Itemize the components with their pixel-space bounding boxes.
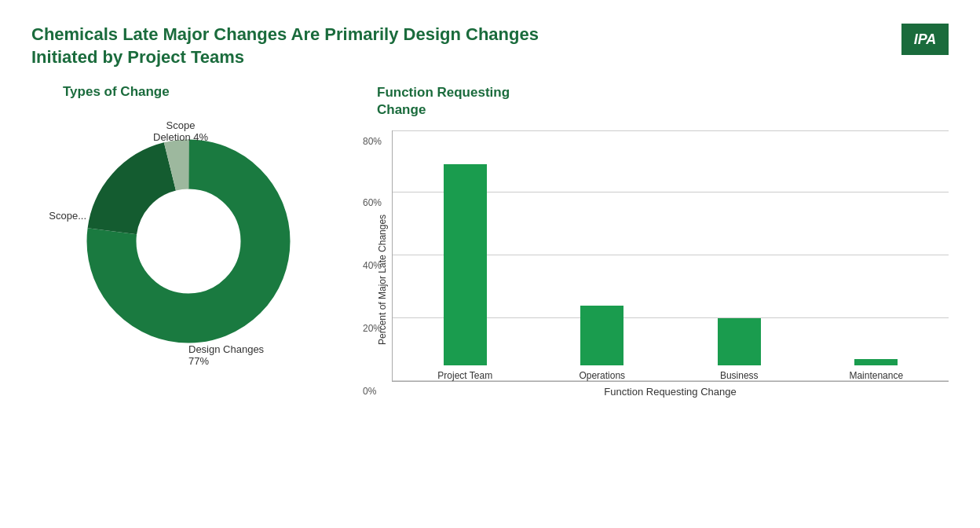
bar-chart-wrapper: Percent of Major Late Changes 80% 60% <box>377 130 949 398</box>
x-axis-title: Function Requesting Change <box>392 386 949 398</box>
bar-maintenance <box>854 359 898 365</box>
bar-label-project-team: Project Team <box>437 370 492 381</box>
bar-business <box>718 318 761 365</box>
grid-label-40: 40% <box>363 260 382 271</box>
bar-group-operations: Operations <box>546 306 660 381</box>
bar-chart-section: Function RequestingChange Percent of Maj… <box>377 84 949 398</box>
donut-center <box>138 191 240 292</box>
grid-label-60: 60% <box>363 197 382 208</box>
bar-group-maintenance: Maintenance <box>820 359 934 381</box>
bar-project-team <box>444 164 487 365</box>
bar-operations <box>580 306 623 365</box>
bar-group-project-team: Project Team <box>408 164 522 381</box>
header: Chemicals Late Major Changes Are Primari… <box>31 24 949 68</box>
donut-chart-title: Types of Change <box>31 84 346 100</box>
charts-row: Types of Change <box>31 84 949 398</box>
bar-chart-title: Function RequestingChange <box>377 84 949 119</box>
grid-label-0: 0% <box>363 386 376 397</box>
bar-chart-grid: 80% 60% 40% 20% 0% <box>392 130 949 382</box>
page-container: Chemicals Late Major Changes Are Primari… <box>0 0 980 528</box>
donut-svg <box>79 131 298 351</box>
bar-chart-content: 80% 60% 40% 20% 0% <box>392 130 949 398</box>
donut-chart-section: Types of Change <box>31 84 346 390</box>
grid-label-20: 20% <box>363 323 382 334</box>
bars-row: Project Team Operations Business <box>393 130 949 381</box>
bar-group-business: Business <box>682 318 796 381</box>
bar-label-maintenance: Maintenance <box>849 370 903 381</box>
ipa-logo: IPA <box>901 24 949 55</box>
label-scope-deletion: Scope Deletion 4% <box>153 119 208 143</box>
label-design: Design Changes77% <box>188 343 264 367</box>
bar-label-business: Business <box>720 370 759 381</box>
donut-area: Scope Deletion 4% Scope... Design Change… <box>31 108 330 390</box>
page-title: Chemicals Late Major Changes Are Primari… <box>31 24 581 68</box>
bar-label-operations: Operations <box>579 370 625 381</box>
grid-label-80: 80% <box>363 136 382 147</box>
label-scope: Scope... <box>31 210 86 222</box>
